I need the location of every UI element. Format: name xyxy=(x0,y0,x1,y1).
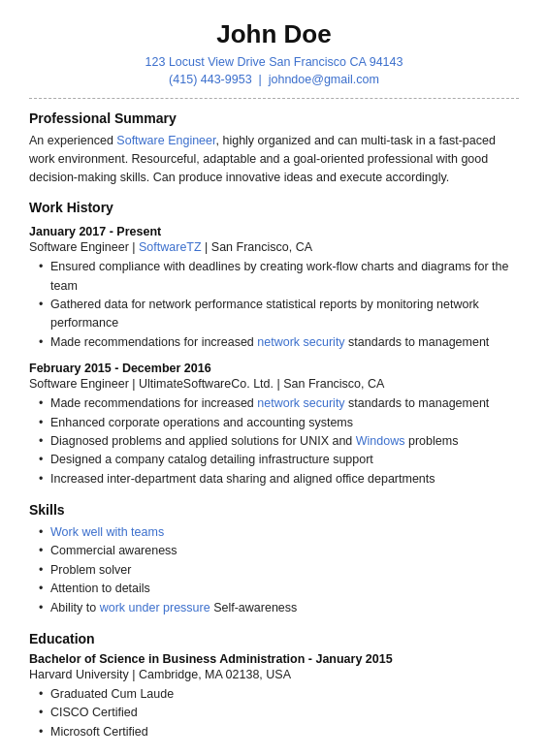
skill-highlight: work under pressure xyxy=(100,601,210,614)
list-item: Diagnosed problems and applied solutions… xyxy=(39,432,519,451)
professional-summary-text: An experienced Software Engineer, highly… xyxy=(29,132,519,186)
list-item: Problem solver xyxy=(39,561,519,580)
job-company-1: Software Engineer | SoftwareTZ | San Fra… xyxy=(29,240,519,254)
resume-header: John Doe 123 Locust View Drive San Franc… xyxy=(29,19,519,86)
skills-list: Work well with teams Commercial awarenes… xyxy=(29,523,519,617)
candidate-email: johndoe@gmail.com xyxy=(269,73,379,86)
professional-summary-section: Professional Summary An experienced Soft… xyxy=(29,110,519,186)
candidate-address: 123 Locust View Drive San Francisco CA 9… xyxy=(29,55,519,69)
list-item: CISCO Certified xyxy=(39,704,519,722)
education-title: Education xyxy=(29,631,519,646)
list-item: Attention to details xyxy=(39,580,519,598)
work-history-section: Work History January 2017 - Present Soft… xyxy=(29,200,519,488)
professional-summary-title: Professional Summary xyxy=(29,110,519,126)
job-bullets-2: Made recommendations for increased netwo… xyxy=(29,394,519,488)
bullet-highlight: Windows xyxy=(356,434,405,448)
list-item: Made recommendations for increased netwo… xyxy=(39,394,519,413)
candidate-name: John Doe xyxy=(29,19,519,49)
edu-institution: Harvard University | Cambridge, MA 02138… xyxy=(29,668,519,681)
candidate-phone: (415) 443-9953 xyxy=(169,73,251,86)
company-highlight-1: SoftwareTZ xyxy=(139,240,202,254)
job-company-2: Software Engineer | UltimateSoftwareCo. … xyxy=(29,377,519,391)
education-section: Education Bachelor of Science in Busines… xyxy=(29,631,519,741)
bullet-highlight: network security xyxy=(257,335,344,349)
edu-degree: Bachelor of Science in Business Administ… xyxy=(29,652,519,666)
list-item: Increased inter-department data sharing … xyxy=(39,470,519,488)
list-item: Enhanced corporate operations and accoun… xyxy=(39,414,519,432)
list-item: Microsoft Certified xyxy=(39,723,519,741)
list-item: Ability to work under pressure Self-awar… xyxy=(39,599,519,617)
list-item: Gathered data for network performance st… xyxy=(39,296,519,333)
list-item: Commercial awareness xyxy=(39,542,519,560)
work-history-title: Work History xyxy=(29,200,519,215)
skills-title: Skills xyxy=(29,502,519,518)
header-divider xyxy=(29,98,519,99)
list-item: Made recommendations for increased netwo… xyxy=(39,333,519,352)
edu-bullets: Graduated Cum Laude CISCO Certified Micr… xyxy=(29,685,519,741)
list-item: Ensured compliance with deadlines by cre… xyxy=(39,258,519,296)
skill-highlight: Work well with teams xyxy=(50,525,164,539)
bullet-highlight: network security xyxy=(257,396,344,410)
candidate-contact: (415) 443-9953 | johndoe@gmail.com xyxy=(29,73,519,86)
skills-section: Skills Work well with teams Commercial a… xyxy=(29,502,519,617)
list-item: Work well with teams xyxy=(39,523,519,542)
list-item: Designed a company catalog detailing inf… xyxy=(39,451,519,469)
job-bullets-1: Ensured compliance with deadlines by cre… xyxy=(29,258,519,352)
job-dates-2: February 2015 - December 2016 xyxy=(29,362,519,375)
list-item: Graduated Cum Laude xyxy=(39,685,519,704)
job-dates-1: January 2017 - Present xyxy=(29,225,519,238)
summary-highlight-1: Software Engineer xyxy=(116,134,215,147)
